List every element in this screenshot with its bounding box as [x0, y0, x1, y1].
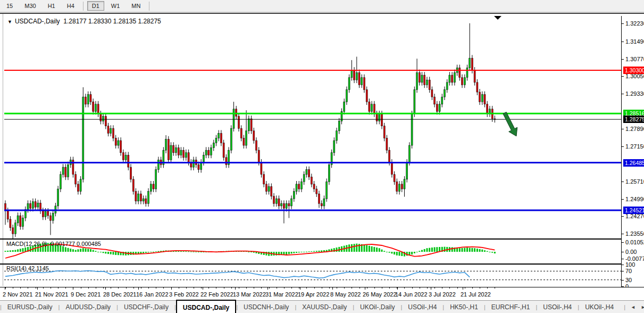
date-tick	[267, 287, 268, 290]
date-minor-tick	[457, 287, 458, 289]
tab-ukoil-daily[interactable]: UKOil-,Daily	[354, 301, 400, 313]
tab-ukoil-h4[interactable]: UKOil-,H4	[579, 301, 620, 313]
timeframe-button-mn[interactable]: MN	[127, 1, 145, 11]
date-minor-tick	[269, 287, 270, 289]
date-minor-tick	[344, 287, 345, 289]
date-tick-label: 9 Dec 2021	[71, 291, 101, 298]
rsi-axis-label: 70	[625, 268, 632, 274]
date-minor-tick	[58, 287, 58, 289]
chart-title: ▼USDCAD-,Daily 1.28177 1.28330 1.28135 1…	[7, 18, 161, 25]
date-tick-label: 28 Dec 2021	[103, 291, 136, 298]
date-tick-label: 13 Mar 2022	[233, 291, 266, 298]
tab-xauusd-daily[interactable]: XAUUSD-,Daily	[296, 301, 353, 313]
date-minor-tick	[246, 287, 247, 289]
tab-eurusd-daily[interactable]: EURUSD-,Daily	[2, 301, 58, 313]
tab-scroll-left-icon[interactable]: ◄	[631, 304, 635, 310]
tab-usoil-h4[interactable]: USOil-,H4	[402, 301, 442, 313]
date-tick	[365, 287, 365, 290]
date-minor-tick	[216, 287, 216, 289]
price-tick	[622, 59, 624, 60]
price-tick-label: 1.30770	[625, 56, 644, 62]
price-tick-label: 1.32230	[625, 20, 644, 27]
date-minor-tick	[472, 287, 473, 289]
date-minor-tick	[322, 287, 322, 289]
price-tick-label: 1.23550	[625, 230, 644, 237]
timeframe-button-w1[interactable]: W1	[106, 1, 125, 11]
tab-eurchf-h1[interactable]: EURCHF-,H1	[486, 301, 536, 313]
date-tick	[203, 287, 203, 290]
date-minor-tick	[5, 287, 6, 289]
toolbar-divider	[83, 2, 83, 11]
price-badge-current-price: 1.28275	[623, 116, 644, 123]
date-minor-tick	[480, 287, 480, 289]
date-tick	[431, 287, 431, 290]
date-tick-label: 14 Jun 2022	[395, 291, 428, 298]
tab-divider: |	[624, 304, 625, 310]
date-minor-tick	[111, 287, 111, 289]
macd-axis-label: 0.01052	[625, 239, 644, 245]
date-minor-tick	[449, 287, 450, 289]
date-minor-tick	[412, 287, 413, 289]
price-tick	[622, 146, 624, 147]
tab-usoil-h4[interactable]: USOil-,H4	[537, 301, 578, 313]
date-minor-tick	[277, 287, 277, 289]
tab-usdcnh-daily[interactable]: USDCNH-,Daily	[238, 301, 295, 313]
timeframe-button-d1[interactable]: D1	[87, 1, 104, 11]
chart-window: ▼USDCAD-,Daily 1.28177 1.28330 1.28135 1…	[0, 13, 644, 300]
price-tick-label: 1.29330	[625, 90, 644, 97]
date-minor-tick	[141, 287, 141, 289]
price-tick	[622, 94, 624, 94]
chart-symbol-period: USDCAD-,Daily	[15, 18, 60, 25]
date-tick	[5, 287, 5, 290]
tab-hk50-h1[interactable]: HK50-,H1	[444, 301, 484, 313]
symbol-dropdown-icon[interactable]: ▼	[7, 19, 12, 24]
date-minor-tick	[179, 287, 179, 289]
date-minor-tick	[359, 287, 360, 289]
price-tick-label: 1.27890	[625, 126, 644, 132]
date-minor-tick	[404, 287, 405, 289]
price-axis[interactable]: 1.32230 1.31490 1.30770 1.30050 1.29330 …	[621, 16, 644, 287]
rsi-indicator-pane[interactable]	[4, 265, 621, 287]
date-minor-tick	[118, 287, 119, 289]
down-arrow-annotation[interactable]	[503, 112, 517, 136]
date-minor-tick	[20, 287, 21, 289]
price-tick	[622, 216, 624, 217]
date-tick	[73, 287, 73, 290]
date-tick-label: 3 Feb 2022	[169, 291, 199, 298]
candlestick-chart[interactable]	[4, 16, 621, 238]
date-minor-tick	[314, 287, 315, 289]
date-minor-tick	[231, 287, 232, 289]
date-tick	[300, 287, 300, 290]
date-minor-tick	[487, 287, 488, 289]
date-minor-tick	[36, 287, 36, 289]
date-minor-tick	[96, 287, 96, 289]
date-tick	[138, 287, 139, 290]
timeframe-button-15[interactable]: 15	[2, 1, 18, 11]
date-tick-label: 3 Jul 2022	[429, 291, 456, 298]
tab-usdchf-daily[interactable]: USDCHF-,Daily	[118, 301, 174, 313]
tab-scroll-right-icon[interactable]: ►	[641, 304, 644, 310]
price-tick-label: 1.31490	[625, 38, 644, 45]
rsi-axis-label: 30	[625, 277, 632, 283]
chart-ohlc-values: 1.28177 1.28330 1.28135 1.28275	[63, 18, 161, 25]
date-tick-label: 16 Jan 2022	[136, 291, 169, 298]
timeframe-button-m30[interactable]: M30	[20, 1, 40, 11]
date-tick	[37, 287, 38, 290]
date-minor-tick	[81, 287, 81, 289]
timeframe-button-h1[interactable]: H1	[43, 1, 60, 11]
date-tick	[105, 287, 106, 290]
date-minor-tick	[442, 287, 442, 289]
macd-values: -0.001777 0.000485	[48, 241, 101, 247]
date-minor-tick	[88, 287, 89, 289]
rsi-axis-label: 100	[625, 261, 635, 268]
date-minor-tick	[28, 287, 28, 289]
tab-usdcad-daily[interactable]: USDCAD-,Daily	[176, 300, 236, 313]
date-tick	[463, 287, 463, 290]
price-tick	[622, 23, 624, 24]
price-tick-label: 1.25710	[625, 178, 644, 185]
tab-audusd-daily[interactable]: AUDUSD-,Daily	[60, 301, 116, 313]
timeframe-button-h4[interactable]: H4	[62, 1, 79, 11]
date-minor-tick	[261, 287, 262, 289]
date-axis[interactable]: 2 Nov 2021 21 Nov 2021 9 Dec 2021 28 Dec…	[0, 287, 644, 301]
date-minor-tick	[427, 287, 428, 289]
